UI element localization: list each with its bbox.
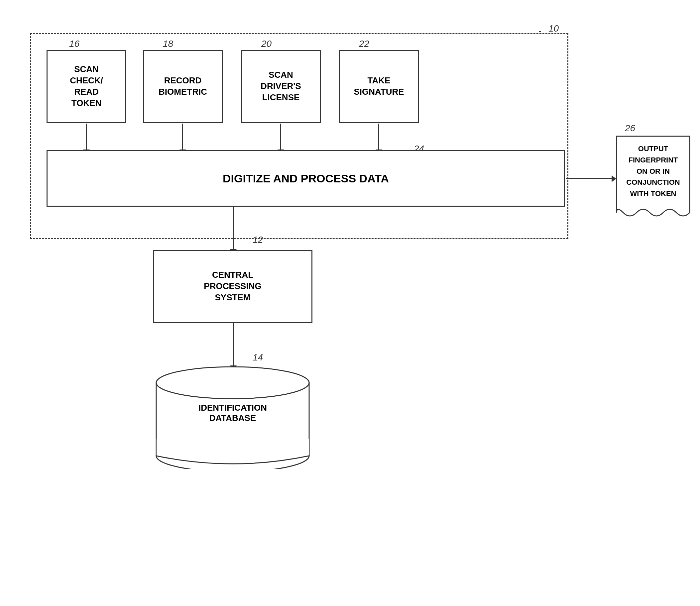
cylinder-label: IDENTIFICATION DATABASE xyxy=(153,403,312,423)
arrow-20-to-24 xyxy=(280,123,281,150)
ref-16: 16 xyxy=(69,39,80,49)
arrow-16-to-24 xyxy=(86,123,87,150)
svg-rect-3 xyxy=(157,439,309,456)
ref-26: 26 xyxy=(625,123,635,134)
box-take-signature: TAKE SIGNATURE xyxy=(339,50,419,123)
ref-12: 12 xyxy=(253,235,263,245)
arrow-22-to-24 xyxy=(378,123,379,150)
document-label: OUTPUT FINGERPRINT ON OR IN CONJUNCTION … xyxy=(613,143,693,199)
ref-20: 20 xyxy=(261,39,272,49)
svg-point-1 xyxy=(156,367,309,399)
arrow-24-to-26 xyxy=(566,178,612,179)
box-scan-check-read-token: SCAN CHECK/ READ TOKEN xyxy=(47,50,126,123)
cylinder-identification-database: IDENTIFICATION DATABASE xyxy=(153,366,312,469)
arrow-12-to-14 xyxy=(233,323,234,366)
ref-10: 10 xyxy=(548,23,559,34)
ref-14: 14 xyxy=(253,352,263,363)
diagram: 10 - 16 SCAN CHECK/ READ TOKEN 18 RECORD… xyxy=(20,20,678,585)
document-output-fingerprint: OUTPUT FINGERPRINT ON OR IN CONJUNCTION … xyxy=(613,133,693,226)
arrow-24-to-12 xyxy=(233,207,234,250)
ref-18: 18 xyxy=(163,39,173,49)
box-central-processing: CENTRAL PROCESSING SYSTEM xyxy=(153,250,312,323)
box-digitize-process: DIGITIZE AND PROCESS DATA xyxy=(47,150,565,207)
arrow-18-to-24 xyxy=(182,123,183,150)
box-record-biometric: RECORD BIOMETRIC xyxy=(143,50,223,123)
box-scan-drivers-license: SCAN DRIVER'S LICENSE xyxy=(241,50,321,123)
ref-22: 22 xyxy=(359,39,369,49)
